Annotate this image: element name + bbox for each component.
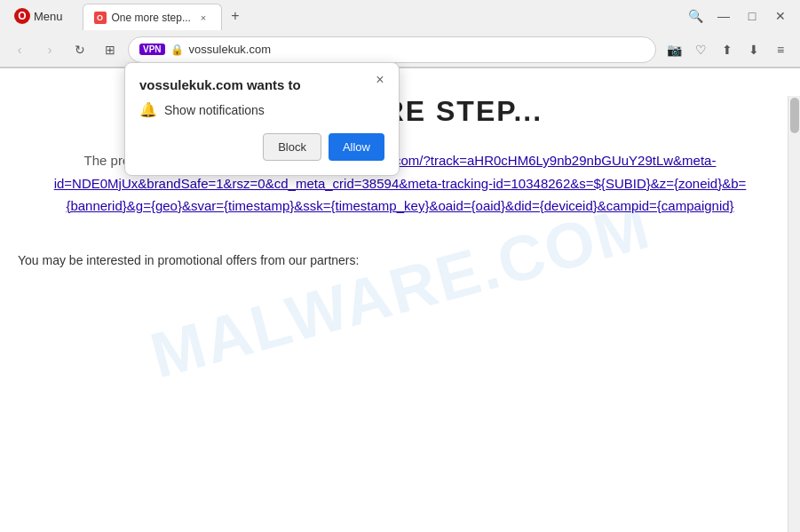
lock-icon: 🔒 [170, 44, 184, 56]
close-button[interactable]: ✕ [768, 4, 793, 28]
popup-close-button[interactable]: × [370, 70, 390, 90]
promo-text: You may be interested in promotional off… [18, 253, 782, 267]
forward-button[interactable]: › [37, 37, 62, 62]
share-button[interactable]: ⬆ [715, 37, 740, 62]
browser-chrome: O Menu O One more step... × + 🔍 — □ ✕ ‹ … [0, 0, 800, 68]
back-button[interactable]: ‹ [7, 37, 32, 62]
search-button[interactable]: 🔍 [683, 4, 708, 28]
block-button[interactable]: Block [263, 133, 321, 161]
notification-icon: 🔔 [139, 101, 157, 119]
permission-label: Show notifications [164, 103, 265, 117]
tab-bar: O One more step... × + [75, 2, 254, 30]
allow-button[interactable]: Allow [329, 133, 384, 161]
popup-permission: 🔔 Show notifications [139, 101, 384, 119]
bookmark-button[interactable]: ♡ [688, 37, 713, 62]
title-bar: O Menu O One more step... × + 🔍 — □ ✕ [0, 0, 800, 32]
address-bar: ‹ › ↻ ⊞ VPN 🔒 vossulekuk.com 📷 ♡ ⬆ ⬇ ≡ [0, 32, 800, 67]
camera-button[interactable]: 📷 [661, 37, 686, 62]
toolbar-right: 📷 ♡ ⬆ ⬇ ≡ [661, 37, 793, 62]
downloads-button[interactable]: ⬇ [741, 37, 766, 62]
new-tab-button[interactable]: + [224, 4, 247, 28]
scrollbar-thumb[interactable] [790, 98, 799, 133]
tab-close-button[interactable]: × [196, 11, 210, 25]
menu-label: Menu [34, 10, 63, 23]
minimize-button[interactable]: — [711, 4, 736, 28]
tabs-button[interactable]: ⊞ [98, 37, 123, 62]
reload-button[interactable]: ↻ [67, 37, 92, 62]
opera-logo: O [14, 8, 30, 24]
notification-popup: × vossulekuk.com wants to 🔔 Show notific… [124, 62, 400, 176]
menu-icon-button[interactable]: ≡ [768, 37, 793, 62]
tab-title: One more step... [112, 12, 191, 24]
content-area: MALWARE.COM ONE MORE STEP... The previou… [0, 68, 800, 504]
active-tab[interactable]: O One more step... × [83, 4, 222, 30]
maximize-button[interactable]: □ [740, 4, 764, 28]
popup-title: vossulekuk.com wants to [139, 77, 384, 92]
tab-favicon: O [94, 12, 107, 24]
main-area: MALWARE.COM ONE MORE STEP... The previou… [0, 68, 800, 504]
menu-button[interactable]: O Menu [7, 4, 70, 28]
address-input[interactable]: VPN 🔒 vossulekuk.com [128, 36, 656, 63]
vpn-badge: VPN [139, 44, 165, 55]
watermark-text: MALWARE.COM [143, 189, 657, 393]
window-controls: 🔍 — □ ✕ [683, 4, 793, 28]
popup-buttons: Block Allow [139, 133, 384, 161]
url-text: vossulekuk.com [189, 43, 645, 56]
watermark: MALWARE.COM [0, 202, 800, 379]
scrollbar[interactable] [788, 96, 800, 532]
